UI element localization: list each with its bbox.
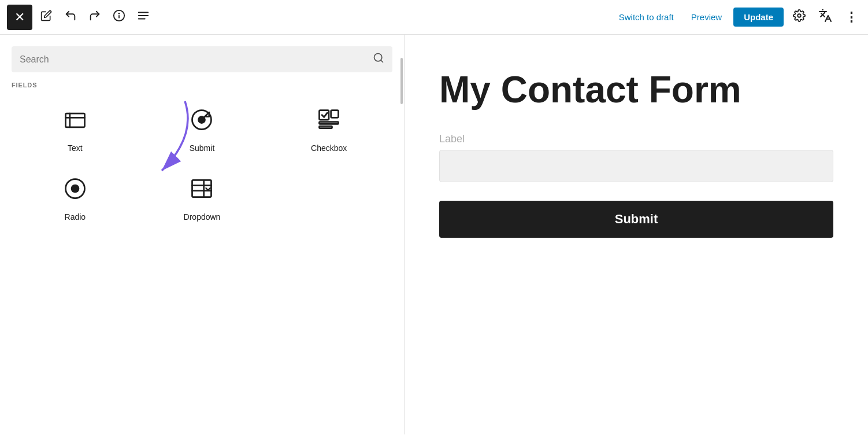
fields-grid: Text Submit <box>0 95 404 233</box>
list-icon <box>137 9 150 25</box>
svg-rect-16 <box>320 122 339 124</box>
field-item-radio[interactable]: Radio <box>12 164 139 233</box>
preview-button[interactable]: Preview <box>685 9 728 25</box>
topbar-right: Switch to draft Preview Update <box>613 5 861 29</box>
more-options-button[interactable]: ⋮ <box>841 6 861 28</box>
gear-icon <box>793 9 806 25</box>
info-icon <box>113 9 125 25</box>
scrollbar-thumb <box>400 58 403 104</box>
pencil-icon <box>40 10 52 24</box>
translate-icon <box>818 9 832 25</box>
svg-rect-17 <box>320 126 332 128</box>
topbar: ✕ <box>0 0 868 35</box>
close-icon: ✕ <box>14 10 25 25</box>
form-text-input[interactable] <box>439 150 833 182</box>
fields-section-label: FIELDS <box>0 82 404 95</box>
dropdown-field-label: Dropdown <box>184 212 221 222</box>
submit-field-icon <box>189 107 214 138</box>
search-input[interactable] <box>20 54 373 65</box>
edit-button[interactable] <box>36 7 57 28</box>
main-layout: FIELDS Text <box>0 35 868 434</box>
search-container <box>12 46 392 72</box>
svg-rect-20 <box>192 180 212 197</box>
checkbox-field-label: Checkbox <box>311 143 347 153</box>
field-item-text[interactable]: Text <box>12 95 139 164</box>
text-field-icon <box>62 107 88 138</box>
topbar-left: ✕ <box>7 5 609 30</box>
redo-button[interactable] <box>84 7 105 28</box>
sidebar-scrollbar[interactable] <box>399 35 404 434</box>
svg-point-19 <box>71 185 79 193</box>
submit-field-label: Submit <box>190 143 215 153</box>
content-area: My Contact Form Label Submit <box>405 35 868 434</box>
svg-line-8 <box>381 60 383 62</box>
svg-rect-15 <box>331 110 339 118</box>
update-button[interactable]: Update <box>733 8 784 27</box>
svg-point-6 <box>797 14 801 17</box>
field-item-dropdown[interactable]: Dropdown <box>139 164 266 233</box>
sidebar: FIELDS Text <box>0 35 405 434</box>
radio-field-icon <box>62 176 88 207</box>
form-title: My Contact Form <box>439 69 833 110</box>
form-label: Label <box>439 133 833 145</box>
redo-icon <box>88 9 101 25</box>
undo-button[interactable] <box>60 7 81 28</box>
search-icon <box>373 52 384 67</box>
field-item-submit[interactable]: Submit <box>139 95 266 164</box>
form-submit-button[interactable]: Submit <box>439 201 833 238</box>
checkbox-field-icon <box>316 107 342 138</box>
dropdown-field-icon <box>189 176 214 207</box>
info-button[interactable] <box>109 7 129 28</box>
radio-field-label: Radio <box>65 212 86 222</box>
svg-rect-9 <box>65 113 84 127</box>
list-button[interactable] <box>133 7 154 28</box>
svg-rect-14 <box>320 110 329 120</box>
switch-to-draft-button[interactable]: Switch to draft <box>613 9 680 25</box>
close-button[interactable]: ✕ <box>7 5 32 30</box>
more-icon: ⋮ <box>845 10 858 25</box>
undo-icon <box>64 9 77 25</box>
text-field-label: Text <box>68 143 83 153</box>
translate-button[interactable] <box>815 5 836 29</box>
settings-button[interactable] <box>789 6 809 28</box>
field-item-checkbox[interactable]: Checkbox <box>265 95 392 164</box>
